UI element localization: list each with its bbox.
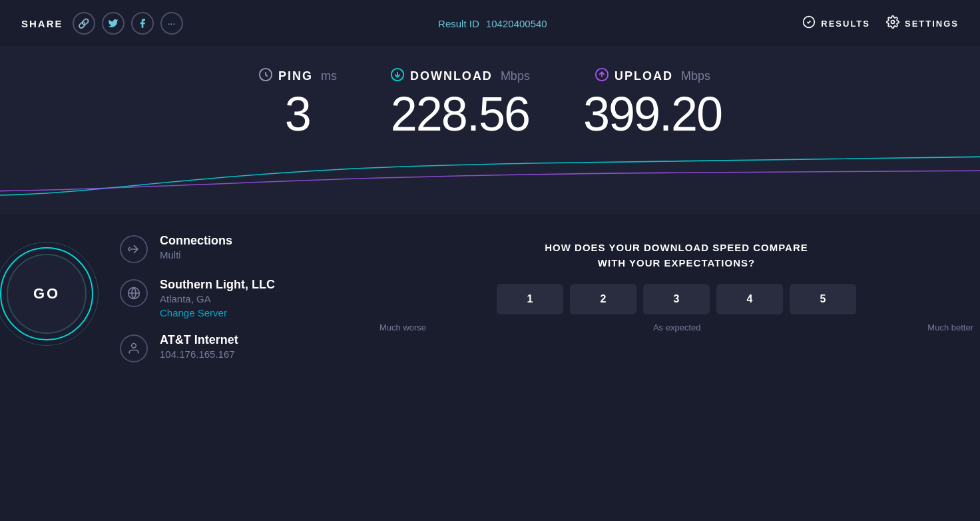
isp-label: Southern Light, LLC [160, 278, 275, 292]
rating-btn-1[interactable]: 1 [497, 284, 563, 314]
download-stat: DOWNLOAD Mbps 228.56 [390, 67, 530, 141]
isp-location: Atlanta, GA [160, 293, 275, 304]
connections-text: Connections Multi [160, 234, 232, 260]
more-share-icon[interactable]: ··· [160, 12, 183, 35]
ping-stat: PING ms 3 [258, 67, 337, 141]
settings-button[interactable]: SETTINGS [886, 15, 959, 32]
connections-value: Multi [160, 249, 232, 260]
user-row: AT&T Internet 104.176.165.167 [120, 333, 333, 362]
result-id: Result ID 10420400540 [183, 18, 803, 29]
go-section: GO [0, 247, 93, 340]
settings-icon [886, 15, 899, 32]
link-share-icon[interactable]: 🔗 [73, 12, 95, 35]
rating-btn-4[interactable]: 4 [716, 284, 783, 314]
results-button[interactable]: RESULTS [802, 15, 870, 32]
result-id-value: 10420400540 [486, 18, 547, 29]
ping-unit: ms [321, 69, 337, 83]
rating-btn-2[interactable]: 2 [570, 284, 636, 314]
go-label: GO [33, 285, 60, 302]
header-right: RESULTS SETTINGS [802, 15, 959, 32]
ping-icon [258, 67, 273, 85]
user-text: AT&T Internet 104.176.165.167 [160, 333, 238, 360]
graph-svg [0, 147, 980, 201]
ping-value: 3 [285, 88, 310, 141]
upload-value: 399.20 [583, 88, 722, 141]
rating-label-left: Much worse [379, 322, 426, 332]
rating-btn-3[interactable]: 3 [643, 284, 710, 314]
speed-graph [0, 147, 980, 214]
rating-btn-5[interactable]: 5 [790, 284, 856, 314]
facebook-share-icon[interactable] [131, 12, 154, 35]
ping-header: PING ms [258, 67, 337, 85]
twitter-share-icon[interactable] [102, 12, 124, 35]
svg-point-1 [891, 20, 894, 23]
download-header: DOWNLOAD Mbps [390, 67, 530, 85]
header: SHARE 🔗 ··· Result ID 10420400540 RESULT… [0, 0, 980, 47]
server-text: Southern Light, LLC Atlanta, GA Change S… [160, 278, 275, 318]
upload-header: UPLOAD Mbps [595, 67, 710, 85]
rating-label-center: As expected [653, 322, 701, 332]
bottom-section: GO Connections Multi [0, 214, 980, 382]
server-row: Southern Light, LLC Atlanta, GA Change S… [120, 278, 333, 318]
survey-title: HOW DOES YOUR DOWNLOAD SPEED COMPARE WIT… [373, 241, 980, 270]
rating-label-right: Much better [927, 322, 973, 332]
upload-unit: Mbps [681, 69, 710, 83]
download-label: DOWNLOAD [410, 69, 493, 83]
upload-stat: UPLOAD Mbps 399.20 [583, 67, 722, 141]
connections-icon [120, 235, 148, 263]
download-value: 228.56 [391, 88, 529, 141]
rating-labels: Much worse As expected Much better [373, 322, 980, 332]
survey-section: HOW DOES YOUR DOWNLOAD SPEED COMPARE WIT… [333, 234, 980, 332]
connections-row: Connections Multi [120, 234, 333, 263]
user-icon [120, 334, 148, 362]
user-label: AT&T Internet [160, 333, 238, 347]
stats-row: PING ms 3 DOWNLOAD Mbps 228.56 UPLOAD Mb… [0, 47, 980, 147]
share-section: SHARE 🔗 ··· [21, 12, 183, 35]
user-ip: 104.176.165.167 [160, 348, 238, 360]
rating-row: 1 2 3 4 5 [373, 284, 980, 314]
change-server-link[interactable]: Change Server [160, 307, 275, 318]
server-icon [120, 279, 148, 307]
upload-label: UPLOAD [614, 69, 673, 83]
upload-icon [595, 67, 609, 85]
download-unit: Mbps [501, 69, 530, 83]
results-icon [802, 15, 816, 32]
go-button[interactable]: GO [7, 254, 87, 334]
share-label: SHARE [21, 18, 63, 29]
svg-point-6 [132, 344, 136, 348]
ping-label: PING [278, 69, 313, 83]
info-section: Connections Multi Southern Light, LLC At… [120, 234, 333, 362]
connections-label: Connections [160, 234, 232, 248]
download-icon [390, 67, 405, 85]
go-button-outer: GO [0, 247, 93, 340]
